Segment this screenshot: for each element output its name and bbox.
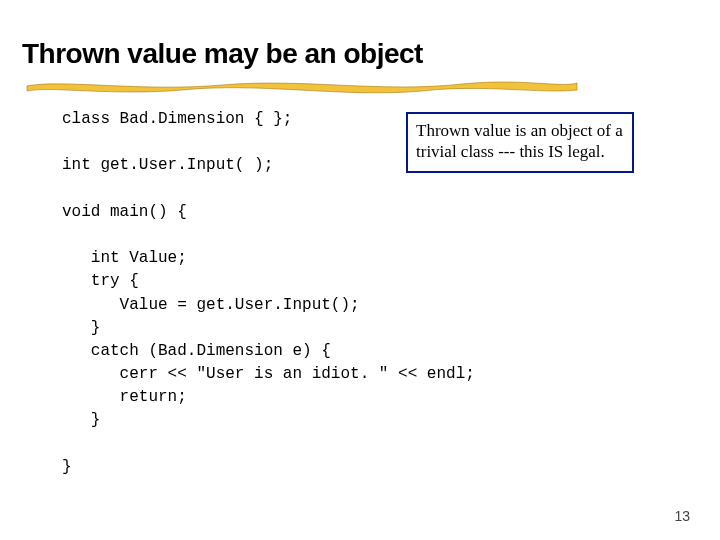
slide-title: Thrown value may be an object [22, 38, 698, 70]
title-underline [22, 76, 582, 96]
callout-note: Thrown value is an object of a trivial c… [406, 112, 634, 173]
page-number: 13 [674, 508, 690, 524]
slide-title-wrap: Thrown value may be an object [22, 38, 698, 70]
